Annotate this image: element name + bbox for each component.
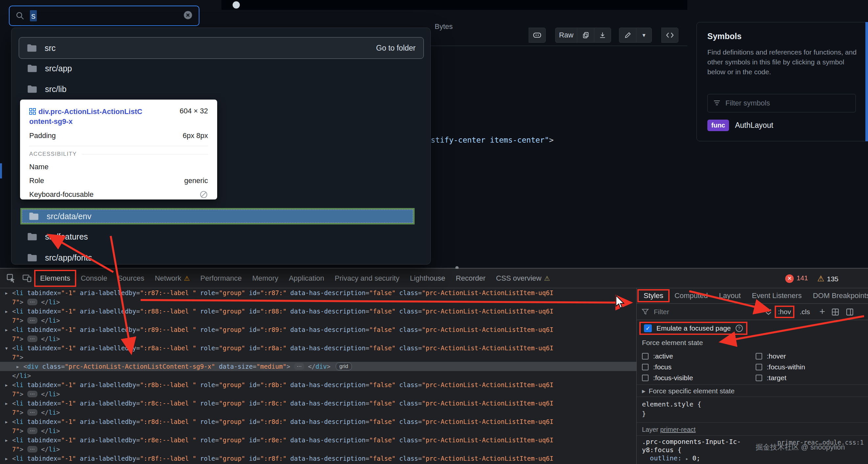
cascade-layers-icon[interactable] bbox=[764, 308, 773, 316]
elements-tree-line[interactable]: 7"> ⋯ </li> bbox=[5, 408, 637, 417]
sidebar-tab-dom-breakpoints[interactable]: DOM Breakpoints bbox=[807, 288, 868, 303]
elements-tree-line[interactable]: ▸ <li tabindex="-1" aria-labelledby=":r8… bbox=[5, 325, 637, 334]
filter-symbols-input[interactable]: Filter symbols bbox=[707, 94, 856, 113]
elements-tree-line[interactable]: ▾ <li tabindex="-1" aria-labelledby=":r8… bbox=[5, 343, 637, 352]
finder-row-src[interactable]: src Go to folder bbox=[19, 37, 424, 59]
pseudo-checkbox--active[interactable]: :active bbox=[642, 352, 756, 360]
shorthand-expand-icon[interactable]: ▸ bbox=[685, 456, 688, 462]
styles-sidebar: StylesComputedLayoutEvent ListenersDOM B… bbox=[637, 288, 868, 464]
finder-row-src-app[interactable]: src/app bbox=[19, 60, 424, 76]
element-style-rule[interactable]: element.style { } bbox=[637, 397, 868, 419]
device-toolbar-icon[interactable] bbox=[22, 273, 32, 284]
sidebar-tab-layout[interactable]: Layout bbox=[713, 288, 746, 303]
raw-button[interactable]: Raw bbox=[555, 28, 577, 43]
finder-row-src-features[interactable]: src/features bbox=[19, 229, 424, 245]
symbols-scrollbar[interactable] bbox=[865, 22, 868, 141]
finder-row-label: src bbox=[45, 43, 56, 53]
error-count[interactable]: ✕141 bbox=[785, 274, 808, 283]
avatar bbox=[232, 1, 240, 8]
elements-tree-line[interactable]: ▸ <div class="prc-ActionList-ActionListC… bbox=[0, 362, 637, 371]
go-to-folder-button[interactable]: Go to folder bbox=[376, 44, 415, 53]
inspected-element-name: div.prc-ActionList-ActionListContent-sg9… bbox=[29, 107, 146, 126]
elements-tree-line[interactable]: 7"> ⋯ </li> bbox=[5, 334, 637, 343]
checkbox-unchecked[interactable] bbox=[642, 375, 649, 381]
symbol-item-authlayout[interactable]: func AuthLayout bbox=[707, 120, 773, 131]
elements-tree-line[interactable]: ▸ <li tabindex="-1" aria-labelledby=":r8… bbox=[5, 399, 637, 408]
checkbox-unchecked[interactable] bbox=[642, 364, 649, 370]
edit-pencil-button[interactable] bbox=[619, 28, 636, 43]
elements-tree-line[interactable]: 7"> ⋯ </li> bbox=[5, 390, 637, 399]
tab-elements[interactable]: Elements bbox=[35, 269, 75, 288]
clear-search-icon[interactable] bbox=[183, 10, 193, 21]
sidebar-tab-event-listeners[interactable]: Event Listeners bbox=[746, 288, 808, 303]
folder-icon bbox=[29, 212, 39, 220]
sidebar-tab-computed[interactable]: Computed bbox=[669, 288, 714, 303]
checkbox-unchecked[interactable] bbox=[642, 353, 649, 360]
computed-styles-icon[interactable] bbox=[831, 308, 839, 316]
inspect-element-icon[interactable] bbox=[6, 273, 17, 284]
elements-tree-line[interactable]: ▸ <li tabindex="-1" aria-labelledby=":r8… bbox=[5, 307, 637, 316]
finder-row-src-data-env-inspect-highlight[interactable]: src/data/env bbox=[20, 208, 414, 224]
symbol-kind-badge: func bbox=[707, 120, 729, 131]
tab-console[interactable]: Console bbox=[75, 269, 113, 288]
layer-link[interactable]: primer-react bbox=[660, 426, 696, 433]
checkbox-unchecked[interactable] bbox=[756, 353, 762, 360]
warning-icon: ⚠ bbox=[544, 275, 550, 282]
elements-tree-line[interactable]: 7"> ⋯ </li> bbox=[5, 298, 637, 307]
elements-tree-line[interactable]: ▸ <li tabindex="-1" aria-labelledby=":r8… bbox=[5, 288, 637, 298]
sidebar-tab-styles[interactable]: Styles bbox=[638, 288, 669, 303]
new-style-rule-button[interactable]: + bbox=[819, 304, 825, 319]
pseudo-checkbox--focus-visible[interactable]: :focus-visible bbox=[642, 374, 756, 382]
elements-tree-line[interactable]: 7"> ⋯ </li> bbox=[5, 316, 637, 325]
tab-network[interactable]: Network⚠ bbox=[150, 269, 195, 288]
copilot-button[interactable] bbox=[529, 28, 546, 43]
tab-recorder[interactable]: Recorder bbox=[451, 269, 491, 288]
chevron-down-icon: ▾ bbox=[642, 32, 645, 39]
elements-tree-line[interactable]: ▸ <li tabindex="-1" aria-labelledby=":r8… bbox=[5, 454, 637, 463]
pseudo-checkbox--focus[interactable]: :focus bbox=[642, 363, 756, 371]
inspect-tooltip: div.prc-ActionList-ActionListContent-sg9… bbox=[20, 99, 217, 199]
tab-performance[interactable]: Performance bbox=[195, 269, 247, 288]
code-view-group bbox=[661, 28, 678, 43]
help-icon[interactable]: ? bbox=[736, 325, 743, 332]
tab-css-overview[interactable]: CSS overview⚠ bbox=[491, 269, 555, 288]
tab-application[interactable]: Application bbox=[283, 269, 330, 288]
devtools-status-counts[interactable]: ✕141 ⚠135 bbox=[785, 269, 838, 288]
copy-button[interactable] bbox=[577, 28, 594, 43]
elements-tree-line[interactable]: 7"> bbox=[5, 352, 637, 362]
download-button[interactable] bbox=[594, 28, 611, 43]
tab-lighthouse[interactable]: Lighthouse bbox=[405, 269, 451, 288]
code-view-button[interactable] bbox=[661, 28, 678, 43]
elements-tree-line[interactable]: </li> bbox=[5, 371, 637, 380]
tab-sources[interactable]: Sources bbox=[112, 269, 150, 288]
pseudo-checkbox--hover[interactable]: :hover bbox=[756, 352, 863, 360]
pseudo-checkbox--focus-within[interactable]: :focus-within bbox=[756, 363, 863, 371]
element-classes-button[interactable]: .cls bbox=[800, 304, 810, 320]
styles-filter-input[interactable]: Filter bbox=[654, 304, 669, 320]
tab-privacy-and-security[interactable]: Privacy and security bbox=[330, 269, 405, 288]
issue-count[interactable]: ⚠135 bbox=[817, 274, 838, 283]
layer-row: Layer primer-react bbox=[637, 422, 868, 433]
edit-dropdown-button[interactable]: ▾ bbox=[636, 28, 652, 43]
checkbox-unchecked[interactable] bbox=[756, 364, 762, 370]
file-search-input[interactable]: s bbox=[9, 6, 199, 26]
emulate-focused-page-row: ✓ Emulate a focused page ? bbox=[637, 320, 868, 337]
toggle-element-state-button[interactable]: :hov bbox=[776, 304, 793, 320]
pseudo-checkbox--target[interactable]: :target bbox=[756, 374, 863, 382]
chevron-right-icon: ▸ bbox=[642, 387, 646, 395]
elements-tree-line[interactable]: ▸ <li tabindex="-1" aria-labelledby=":r8… bbox=[5, 417, 637, 426]
force-specific-element-state[interactable]: ▸Force specific element state bbox=[637, 384, 868, 397]
elements-tree-line[interactable]: 7"> ⋯ </li> bbox=[5, 426, 637, 435]
finder-row-label: src/app bbox=[45, 64, 72, 73]
elements-tree-line[interactable]: 7"> ⋯ </li> bbox=[5, 444, 637, 454]
elements-tree-line[interactable]: ▸ <li tabindex="-1" aria-labelledby=":r8… bbox=[5, 380, 637, 390]
finder-row-src-lib[interactable]: src/lib bbox=[19, 81, 424, 97]
tab-memory[interactable]: Memory bbox=[247, 269, 283, 288]
finder-row-label: src/lib bbox=[45, 85, 66, 94]
pencil-icon bbox=[624, 32, 631, 39]
checkbox-unchecked[interactable] bbox=[756, 375, 762, 381]
elements-tree-line[interactable]: ▸ <li tabindex="-1" aria-labelledby=":r8… bbox=[5, 435, 637, 444]
emulate-focused-page-checkbox[interactable]: ✓ bbox=[644, 324, 652, 332]
panel-layout-icon[interactable] bbox=[846, 308, 854, 316]
finder-row-src-app-fonts[interactable]: src/app/fonts bbox=[19, 250, 424, 266]
